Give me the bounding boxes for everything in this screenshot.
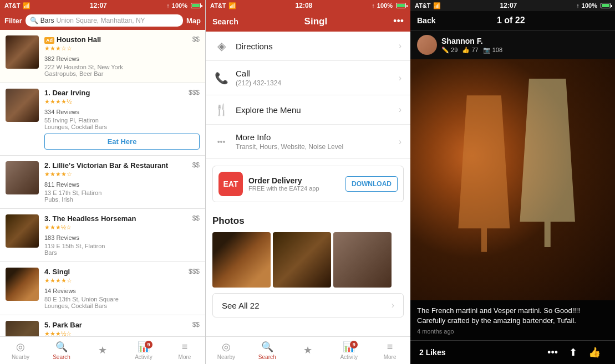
- tab-activity-label-2: Activity: [340, 354, 358, 360]
- see-all-label: See All 22: [222, 301, 260, 310]
- directions-row[interactable]: ◈ Directions ›: [206, 32, 410, 61]
- pv-stat1: ✏️ 29: [441, 47, 458, 54]
- tab-search-label-2: Search: [258, 354, 276, 360]
- pv-caption-area: The French martini and Vesper martini. S…: [410, 300, 615, 340]
- carrier-2: AT&T: [210, 2, 226, 9]
- tab-bar-2: ◎ Nearby 🔍 Search ★ 9 📊 Activity ≡ More: [206, 336, 410, 364]
- martini-right: [517, 79, 578, 247]
- item-address: 80 E 13th St, Union Square: [44, 296, 200, 303]
- item-info: 2. Lillie's Victorian Bar & Restaurant $…: [44, 161, 200, 203]
- explore-menu-row[interactable]: 🍴 Explore the Menu ›: [206, 95, 410, 125]
- eat-here-button[interactable]: Eat Here: [44, 134, 200, 150]
- list-item[interactable]: 2. Lillie's Victorian Bar & Restaurant $…: [0, 156, 205, 209]
- search-query: Bars: [40, 17, 54, 24]
- listings-container: AdHouston Hall $$ ★★★☆☆ 382 Reviews 222 …: [0, 30, 205, 336]
- time-1: 12:07: [90, 2, 107, 9]
- detail-title: Singl: [304, 16, 328, 27]
- pv-avatar: [417, 35, 437, 55]
- item-reviews: 811 Reviews: [44, 181, 79, 188]
- photos-title: Photos: [212, 216, 404, 227]
- search-input-wrapper[interactable]: 🔍 Bars Union Square, Manhattan, NY: [26, 14, 183, 27]
- item-name: 2. Lillie's Victorian Bar & Restaurant: [44, 161, 168, 170]
- item-info: 3. The Headless Horseman $$ ★★★½☆ 183 Re…: [44, 214, 200, 256]
- explore-title: Explore the Menu: [236, 105, 391, 115]
- battery-text-1: 100%: [172, 2, 187, 9]
- tab-star-1[interactable]: ★: [82, 342, 123, 360]
- detail-panel: AT&T 📶 12:08 ↑ 100% Search Singl ••• ◈ D…: [205, 0, 410, 364]
- search-list-panel: AT&T 📶 12:07 ↑ 100% Filter 🔍 Bars Union …: [0, 0, 205, 364]
- eat24-banner: EAT Order Delivery FREE with the EAT24 a…: [212, 166, 404, 202]
- tab-activity-1[interactable]: 9 📊 Activity: [123, 339, 164, 362]
- pv-main-photo[interactable]: [410, 59, 615, 300]
- photos-row: [212, 232, 404, 288]
- tab-more-label-1: More: [179, 354, 191, 360]
- see-all-row[interactable]: See All 22 ›: [212, 293, 404, 317]
- item-thumbnail: [6, 89, 39, 122]
- time-3: 12:07: [500, 2, 517, 9]
- photo-viewer-header: Back 1 of 22: [410, 11, 615, 30]
- tab-star-2[interactable]: ★: [288, 342, 329, 360]
- item-thumbnail: [6, 321, 39, 336]
- call-row[interactable]: 📞 Call (212) 432-1324 ›: [206, 61, 410, 95]
- item-top: 1. Dear Irving $$$: [44, 89, 200, 97]
- item-name: AdHouston Hall: [44, 35, 101, 44]
- filter-button[interactable]: Filter: [4, 17, 22, 25]
- more-options-button[interactable]: •••: [393, 16, 404, 27]
- battery-text-2: 100%: [377, 2, 393, 9]
- list-item[interactable]: 3. The Headless Horseman $$ ★★★½☆ 183 Re…: [0, 209, 205, 262]
- eat24-logo-text: EAT: [223, 180, 238, 188]
- call-icon: 📞: [215, 71, 228, 85]
- tab-search-1[interactable]: 🔍 Search: [41, 339, 82, 362]
- search-tab-icon-2: 🔍: [261, 341, 273, 353]
- list-item[interactable]: 5. Park Bar $$ ★★★½☆ 143 Reviews 15 E 15…: [0, 315, 205, 336]
- item-address: 119 E 15th St, Flatiron: [44, 243, 200, 249]
- time-2: 12:08: [296, 2, 313, 9]
- carrier-3: AT&T: [415, 2, 431, 9]
- photo-thumb-2[interactable]: [273, 232, 331, 288]
- list-item[interactable]: 4. Singl $$$ ★★★★☆ 14 Reviews 80 E 13th …: [0, 262, 205, 315]
- back-search-button[interactable]: Search: [212, 17, 238, 26]
- activity-badge-2: 9: [350, 341, 358, 348]
- tab-more-1[interactable]: ≡ More: [164, 339, 205, 362]
- tab-activity-2[interactable]: 9 📊 Activity: [328, 339, 369, 362]
- item-thumbnail: [6, 161, 39, 194]
- item-top: 4. Singl $$$: [44, 268, 200, 276]
- pv-more-button[interactable]: •••: [542, 347, 563, 358]
- photos-section: Photos: [206, 209, 410, 288]
- pv-share-button[interactable]: ⬆: [563, 346, 583, 358]
- pv-back-button[interactable]: Back: [417, 16, 435, 25]
- call-title: Call: [236, 69, 391, 78]
- tab-nearby-2[interactable]: ◎ Nearby: [206, 339, 247, 362]
- wifi-icon-1: 📶: [23, 2, 31, 9]
- tab-more-label-2: More: [384, 354, 397, 360]
- eat24-subtitle: FREE with the EAT24 app: [248, 185, 340, 192]
- status-left-3: AT&T 📶: [415, 2, 441, 9]
- item-category: Gastropubs, Beer Bar: [44, 70, 200, 77]
- list-item[interactable]: 1. Dear Irving $$$ ★★★★½ 334 Reviews 55 …: [0, 83, 205, 156]
- photo-thumb-1[interactable]: [212, 232, 271, 288]
- menu-icon: 🍴: [215, 103, 228, 116]
- pv-username: Shannon F.: [441, 37, 502, 45]
- item-price: $$: [192, 161, 200, 169]
- pv-like-button[interactable]: 👍: [583, 346, 606, 358]
- download-button[interactable]: DOWNLOAD: [345, 176, 398, 192]
- star-tab-icon-1: ★: [98, 344, 107, 356]
- item-top: 2. Lillie's Victorian Bar & Restaurant $…: [44, 161, 200, 170]
- star-tab-icon-2: ★: [303, 344, 312, 356]
- call-chevron: ›: [399, 73, 401, 83]
- list-item[interactable]: AdHouston Hall $$ ★★★☆☆ 382 Reviews 222 …: [0, 30, 205, 83]
- arrow-icon-1: ↑: [166, 2, 170, 9]
- more-info-row[interactable]: ••• More Info Transit, Hours, Website, N…: [206, 125, 410, 159]
- tab-search-2[interactable]: 🔍 Search: [247, 339, 288, 362]
- status-left-2: AT&T 📶: [210, 2, 236, 9]
- item-stars: ★★★☆☆: [44, 45, 200, 52]
- tab-more-2[interactable]: ≡ More: [369, 339, 410, 362]
- item-address: 222 W Houston St, New York: [44, 64, 200, 70]
- item-info: AdHouston Hall $$ ★★★☆☆ 382 Reviews 222 …: [44, 35, 200, 77]
- tab-nearby-1[interactable]: ◎ Nearby: [0, 339, 41, 362]
- map-button[interactable]: Map: [186, 17, 201, 25]
- item-reviews: 14 Reviews: [44, 288, 76, 294]
- item-thumbnail: [6, 35, 39, 69]
- photo-thumb-3[interactable]: [333, 232, 392, 288]
- more-info-content: More Info Transit, Hours, Website, Noise…: [236, 132, 391, 151]
